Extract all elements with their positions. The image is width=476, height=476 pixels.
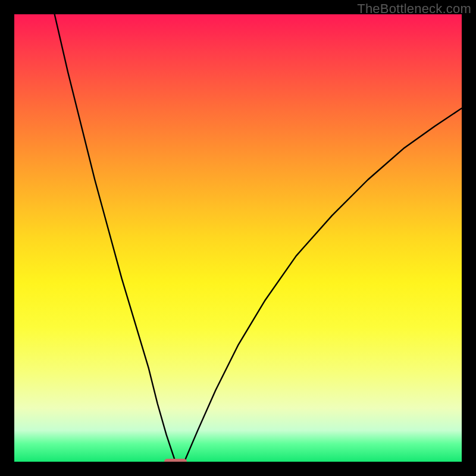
curve-left	[55, 14, 176, 462]
plot-area	[14, 14, 462, 462]
curve-layer	[14, 14, 462, 462]
minimum-marker	[164, 459, 187, 462]
chart-frame: TheBottleneck.com	[0, 0, 476, 476]
watermark-text: TheBottleneck.com	[357, 1, 471, 17]
curve-right	[184, 108, 462, 462]
